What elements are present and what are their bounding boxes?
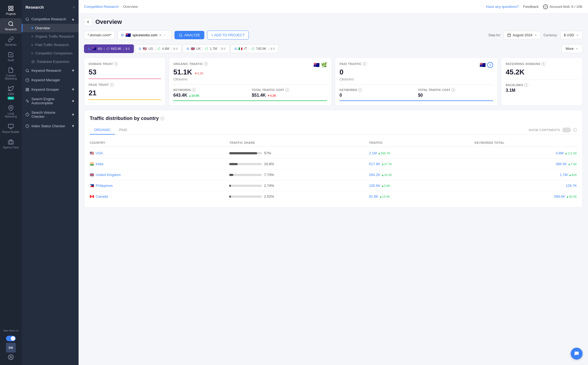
country-us: US	[148, 47, 153, 51]
sidebar-item-backlinks[interactable]: Backlinks	[0, 34, 22, 49]
currency-label: Currency:	[544, 33, 558, 37]
nav-group-autocomplete[interactable]: Search Engine Autocomplete ▼	[22, 94, 79, 108]
backlinks-label: BACKLINKS i	[506, 83, 578, 87]
traffic-dist-title: Traffic distribution by country i	[90, 116, 577, 121]
back-button[interactable]	[84, 18, 92, 26]
collapse-nav-btn[interactable]: ‹	[73, 4, 75, 10]
organic-traffic-value: 51.1K	[173, 68, 192, 76]
user-avatar[interactable]: DA	[6, 343, 16, 353]
tab-organic[interactable]: ORGANIC	[90, 126, 115, 135]
paid-metrics-grid: KEYWORDS i 0 TOTAL TRAFFIC COST i $0	[340, 88, 493, 98]
continents-toggle-btn[interactable]	[562, 128, 571, 132]
nav-group-competitive[interactable]: Competitive Research ▲	[22, 14, 79, 24]
chevron-down-more	[575, 47, 579, 50]
sidebar-item-content[interactable]: Content Marketing	[0, 64, 22, 83]
nav-dot-paid	[31, 44, 33, 46]
clear-search-btn[interactable]: ×	[159, 33, 161, 38]
nav-item-database[interactable]: Database Expansion	[22, 57, 79, 66]
sidebar-item-research[interactable]: Research	[0, 18, 22, 34]
sidebar-item-report[interactable]: Report Builder	[0, 121, 22, 136]
page-trust-label: PAGE TRUST i	[89, 83, 161, 87]
col-keywords: KEYWORDS TOTAL	[474, 141, 577, 144]
table-header: COUNTRY TRAFFIC SHARE TRAFFIC KEYWORDS T…	[90, 139, 577, 147]
account-limit: ⊙ Account limit: 6 / 10K	[543, 4, 583, 9]
nav-group-index[interactable]: Index Status Checker ▼	[22, 121, 79, 131]
nav-item-organic[interactable]: Organic Traffic Research	[22, 32, 79, 41]
country-cell[interactable]: 🇨🇦 Canada	[90, 194, 226, 198]
chevron-down-search[interactable]	[163, 34, 166, 37]
table-row: 🇵🇭 Philippines 2.74% 100.6K ▲5.8K 128.7K	[90, 180, 577, 191]
content-area: Overview *.domain.com/* G 🇦🇺 spiceworks.…	[79, 14, 588, 365]
sidebar-item-smm[interactable]: SMM Beta	[0, 83, 22, 102]
nav-item-competitor[interactable]: Competitor Comparison	[22, 49, 79, 57]
country-cell[interactable]: 🇮🇳 India	[90, 162, 226, 166]
nav-item-paid[interactable]: Paid Traffic Research	[22, 41, 79, 49]
domain-trust-info[interactable]: i	[114, 62, 118, 66]
paid-cost-info[interactable]: i	[451, 88, 455, 92]
country-tab-it[interactable]: G 🇮🇹 IT | 740.9K | $ 0	[231, 44, 279, 53]
organic-keywords-info[interactable]: i	[192, 88, 196, 92]
traffic-dist-info[interactable]: i	[160, 117, 164, 120]
sidebar-label-local: Local Marketing	[1, 112, 20, 118]
add-project-button[interactable]: + ADD TO PROJECT	[207, 31, 248, 40]
breadcrumb-competitive[interactable]: Competitive Research	[84, 5, 119, 9]
continents-info[interactable]: i	[573, 128, 577, 132]
tab-paid[interactable]: PAID	[115, 126, 131, 135]
country-cell[interactable]: 🇵🇭 Philippines	[90, 184, 226, 188]
nav-group-kg-label: Keyword Grouper	[31, 87, 59, 92]
country-cell[interactable]: 🇬🇧 United Kingdom	[90, 173, 226, 177]
country-uk: UK	[196, 47, 201, 51]
sidebar-label-projects: Projects	[6, 12, 16, 15]
organic-cost-info[interactable]: i	[285, 88, 289, 92]
date-select[interactable]: August 2024	[504, 31, 541, 39]
traffic-cell: 2.1M ▲500.7K	[369, 151, 471, 155]
svg-point-10	[33, 61, 34, 62]
separator-au: |	[104, 47, 105, 50]
smm-badge: Beta	[8, 97, 14, 100]
currency-select[interactable]: $ USD	[560, 31, 583, 39]
feedback-link[interactable]: Feedback	[523, 5, 539, 9]
country-tab-us[interactable]: G 🇺🇸 US | 4.8M | $ 0	[135, 44, 182, 53]
nav-group-volume[interactable]: Search Volume Checker ▼	[22, 108, 79, 121]
nav-item-overview[interactable]: Overview	[22, 24, 79, 32]
chat-button[interactable]	[571, 348, 583, 360]
paid-traffic-info[interactable]: i	[363, 62, 367, 66]
paid-keywords-info[interactable]: i	[358, 88, 362, 92]
chat-icon	[574, 351, 579, 356]
settings-icon[interactable]	[8, 354, 14, 360]
domain-pattern-select[interactable]: *.domain.com/*	[84, 31, 115, 39]
svg-rect-6	[8, 124, 13, 128]
sidebar-item-local[interactable]: Local Marketing	[0, 102, 22, 121]
svg-point-9	[26, 18, 28, 20]
paid-traffic-label: PAID TRAFFIC i	[340, 62, 367, 66]
backlinks-info[interactable]: i	[524, 83, 528, 87]
page-trust-info[interactable]: i	[110, 83, 114, 87]
more-tab[interactable]: More	[561, 44, 583, 53]
svg-rect-16	[28, 88, 29, 89]
sidebar-item-audit[interactable]: Audit	[0, 49, 22, 64]
country-tab-uk[interactable]: G 🇬🇧 UK | 1.7M | $ 0	[183, 44, 229, 53]
leaf-icon-uk	[205, 47, 208, 50]
nav-group-keyword-manager[interactable]: Keyword Manager	[22, 75, 79, 85]
sidebar-item-agency[interactable]: Agency Pack	[0, 136, 22, 152]
calendar-icon	[507, 33, 511, 37]
sidebar-item-projects[interactable]: Projects	[0, 3, 22, 18]
breadcrumb-separator: ›	[120, 5, 121, 9]
nav-dot-overview	[31, 27, 33, 29]
new-menu-toggle[interactable]	[6, 336, 16, 341]
nav-group-keyword-grouper[interactable]: Keyword Grouper ▼	[22, 85, 79, 94]
nav-group-keyword-research[interactable]: Keyword Research ▼	[22, 66, 79, 75]
traffic-cell: 92.8K ▲19.4K	[369, 194, 471, 198]
organic-traffic-info[interactable]: i	[204, 62, 208, 66]
organic-traffic-sub: Clicks/mo	[173, 77, 208, 81]
help-link[interactable]: Have any questions?	[486, 5, 519, 9]
domain-trust-value: 53	[89, 68, 161, 76]
analyze-button[interactable]: ANALYZE	[175, 31, 204, 39]
chevron-down-currency	[576, 34, 579, 37]
leaf-organic: 🌿	[321, 62, 327, 68]
sidebar-label-agency: Agency Pack	[3, 146, 19, 149]
country-tab-au[interactable]: G 🇦🇺 AU | 643.4K | $ 0	[84, 44, 134, 53]
keywords-cell: 589.6K ▲92.5K	[474, 194, 577, 198]
country-cell[interactable]: 🇺🇸 USA	[90, 151, 226, 155]
referring-domains-info[interactable]: i	[542, 62, 545, 66]
